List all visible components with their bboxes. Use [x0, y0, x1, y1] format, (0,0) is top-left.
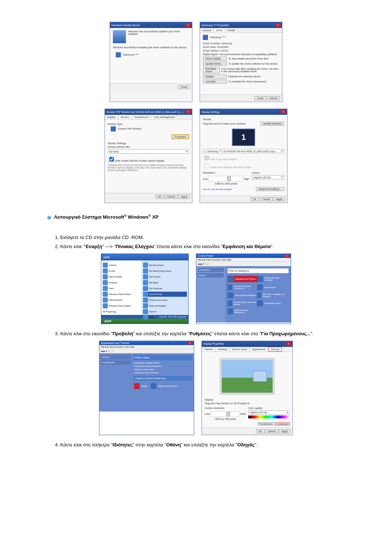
disable-button[interactable]: Disable	[203, 74, 227, 78]
cp-tile[interactable]: Sounds, Speech, and Audio Devices	[228, 300, 257, 306]
driver-details-button[interactable]: Driver Details	[203, 57, 227, 61]
cp-tile-appearance[interactable]: Appearance and Themes	[228, 276, 258, 282]
rollback-driver-button[interactable]: Roll Back Driver	[203, 67, 220, 73]
cp-tile[interactable]: User Accounts	[257, 284, 286, 290]
start-item[interactable]: Paint	[103, 286, 140, 291]
tab-details[interactable]: Details	[225, 28, 237, 32]
resolution-slider[interactable]	[211, 411, 240, 417]
or-pick-label: or pick a Control Panel icon	[134, 376, 192, 381]
start-item[interactable]: HELP GUIDE	[103, 274, 140, 279]
close-icon[interactable]: ×	[286, 342, 291, 346]
cancel-button[interactable]: Cancel	[267, 96, 280, 100]
all-programs[interactable]: All Programs ▸	[103, 311, 140, 313]
close-icon[interactable]: ×	[185, 110, 191, 114]
task-link[interactable]: ▸ Change the screen resolution	[134, 372, 192, 374]
best-display-link[interactable]: How do I get the best display?	[203, 188, 232, 190]
disable-desc: Disables the selected device.	[228, 75, 261, 78]
monitor-type-value: Generic PnP Monitor	[118, 127, 142, 130]
close-icon[interactable]: ×	[187, 342, 192, 344]
provider-value: Samsung	[221, 42, 232, 45]
apply-button[interactable]: Apply	[279, 429, 290, 433]
tab-screensaver[interactable]: Screen Saver	[230, 347, 249, 352]
resolution-slider[interactable]	[209, 176, 243, 182]
cp-tile[interactable]: Printers and Other Hardware	[258, 276, 287, 282]
ok-button[interactable]: OK	[250, 197, 259, 201]
cp-tile[interactable]: Add or Remove Programs	[228, 292, 257, 298]
cancel-button[interactable]: Cancel	[260, 197, 273, 201]
start-item[interactable]: My Music	[143, 280, 187, 285]
start-item[interactable]: Notepad	[103, 280, 140, 285]
date-value: 4/14/2005	[217, 46, 228, 48]
start-item[interactable]: Windows Movie Maker	[103, 303, 140, 308]
tab-general[interactable]: General	[200, 28, 213, 32]
cancel-button[interactable]: Cancel	[165, 195, 178, 199]
properties-button[interactable]: Properties	[172, 134, 189, 139]
instruction-list: Εισάγετε το CD στην μονάδα CD -ROM. Κάντ…	[47, 234, 345, 250]
run-icon	[143, 315, 148, 320]
folder-icon	[143, 268, 148, 274]
logoff-button[interactable]: Log Off	[159, 316, 167, 318]
color-quality-select[interactable]: Highest (32 bit) ▾	[248, 410, 290, 415]
tab-adapter[interactable]: Adapter	[105, 115, 118, 119]
start-item[interactable]: Windows Media Player	[103, 292, 140, 297]
help-icon	[143, 303, 148, 308]
task-link[interactable]: ▸ Change the desktop background	[134, 365, 192, 367]
start-item[interactable]: MSN Explorer	[103, 297, 140, 303]
ap-main: Pick a task... ▸ Change the computer's t…	[132, 353, 194, 412]
cp-tile[interactable]: Accessibility Options	[257, 300, 286, 306]
printers-icon	[258, 276, 263, 282]
advanced-button[interactable]: Advanced	[276, 422, 290, 425]
start-item[interactable]: E-mail	[103, 268, 140, 274]
apply-button[interactable]: Apply	[178, 195, 190, 199]
advanced-button[interactable]: Advanced Settings...	[256, 187, 284, 191]
task-link[interactable]: ▸ Change the computer's theme	[134, 362, 192, 364]
start-item[interactable]: Printers and Faxes	[143, 297, 187, 303]
apply-button[interactable]: Apply	[273, 197, 285, 201]
close-icon[interactable]: ×	[185, 23, 191, 27]
tab-themes[interactable]: Themes	[202, 347, 215, 352]
monitor-preview[interactable]: 1	[232, 129, 255, 146]
display-select[interactable]: 1. Samsung **** on NVIDIA GeForce 6600 L…	[203, 149, 284, 153]
task-link[interactable]: ▸ Choose a screen saver	[134, 368, 192, 370]
start-item[interactable]: My Pictures	[143, 274, 187, 279]
tab-row: General Driver Details	[200, 28, 282, 33]
update-driver-button[interactable]: Update Driver...	[203, 62, 227, 66]
refresh-rate-select[interactable]: 60 Hertz ▾	[108, 149, 189, 154]
start-item[interactable]: Help and Support	[143, 303, 187, 308]
start-item[interactable]: My Documents	[143, 263, 187, 268]
ok-button[interactable]: OK	[155, 195, 164, 199]
hide-modes-checkbox[interactable]	[109, 157, 114, 162]
uninstall-button[interactable]: Uninstall	[203, 80, 227, 84]
close-icon[interactable]: ×	[275, 23, 281, 27]
tab-monitor[interactable]: Monitor	[119, 115, 131, 119]
turnoff-button[interactable]: Turn Off Computer	[168, 316, 186, 318]
cp-tile[interactable]: Date, Time, Language, and Regional...	[257, 292, 286, 298]
identify-button[interactable]: Identify Monitors	[261, 122, 284, 126]
close-button[interactable]: Close	[178, 85, 190, 89]
cp-icon-taskbar[interactable]: Taskbar and Start Menu	[151, 383, 177, 389]
cp-tile[interactable]: Performance and Maintenance	[228, 308, 257, 314]
tab-troubleshoot[interactable]: Troubleshoot	[132, 115, 151, 119]
cp-tile[interactable]: Network and Internet Connections	[228, 284, 257, 290]
cancel-button[interactable]: Cancel	[265, 429, 278, 433]
start-item[interactable]: Search	[143, 309, 187, 314]
close-icon[interactable]: ×	[284, 255, 289, 257]
start-item-control-panel[interactable]: Control Panel	[143, 292, 187, 297]
tab-settings[interactable]: Settings	[268, 347, 282, 352]
tab-driver[interactable]: Driver	[214, 28, 225, 32]
close-button[interactable]: Close	[254, 96, 266, 100]
start-item[interactable]: My Recent Documents	[143, 268, 187, 274]
start-item[interactable]: My Computer	[143, 286, 187, 291]
ok-button[interactable]: OK	[256, 429, 265, 433]
tab-desktop[interactable]: Desktop	[216, 347, 229, 352]
cp-icon-display[interactable]: Display	[134, 383, 147, 389]
start-item[interactable]: Internet	[103, 263, 140, 268]
colors-value: Highest (32 bit)	[253, 176, 270, 179]
screen-res-label: Screen resolution	[205, 407, 246, 409]
close-icon[interactable]: ×	[281, 110, 286, 114]
colors-select[interactable]: Highest (32 bit) ▾	[252, 175, 284, 179]
tab-color[interactable]: Color Management	[151, 115, 177, 119]
title-text: Appearance and Themes	[101, 342, 129, 344]
troubleshoot-button[interactable]: Troubleshoot...	[258, 422, 276, 425]
tab-appearance[interactable]: Appearance	[250, 347, 268, 352]
